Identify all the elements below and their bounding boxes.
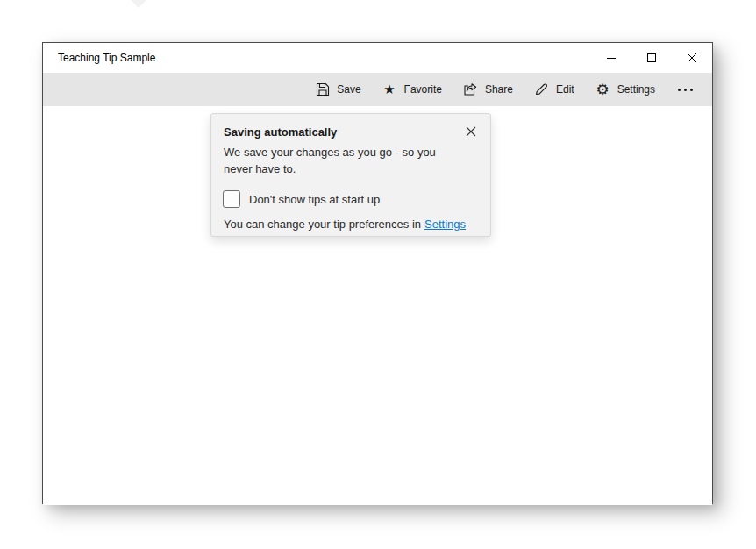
more-icon	[678, 89, 681, 91]
teaching-tip-body: We save your changes as you go - so you …	[224, 144, 452, 177]
app-window: Teaching Tip Sample	[42, 42, 713, 504]
minimize-button[interactable]	[591, 43, 631, 73]
favorite-star-icon: ★	[382, 82, 397, 97]
window-controls	[591, 43, 712, 73]
edit-label: Edit	[556, 83, 574, 96]
maximize-icon	[647, 53, 656, 62]
close-window-button[interactable]	[672, 43, 712, 73]
teaching-tip-title: Saving automatically	[224, 125, 478, 139]
dont-show-tips-label: Don't show tips at start up	[249, 193, 380, 206]
close-icon	[687, 53, 697, 63]
teaching-tip: Saving automatically We save your change…	[210, 113, 491, 237]
share-label: Share	[485, 83, 513, 96]
footer-text: You can change your tip preferences in	[224, 217, 421, 231]
save-button[interactable]: Save	[315, 82, 360, 97]
dont-show-tips-checkbox[interactable]	[223, 190, 240, 208]
share-button[interactable]: Share	[463, 82, 513, 97]
teaching-tip-footer: You can change your tip preferences inSe…	[224, 217, 478, 231]
close-icon	[466, 126, 476, 137]
favorite-button[interactable]: ★ Favorite	[382, 82, 442, 97]
settings-label: Settings	[617, 83, 655, 96]
teaching-tip-close-button[interactable]	[464, 125, 478, 139]
edit-pencil-icon	[534, 82, 549, 97]
maximize-button[interactable]	[631, 43, 672, 73]
window-title: Teaching Tip Sample	[58, 52, 155, 64]
share-icon	[463, 82, 478, 97]
settings-button[interactable]: ⚙ Settings	[596, 82, 655, 97]
settings-gear-icon: ⚙	[596, 82, 610, 97]
minimize-icon	[607, 58, 616, 59]
more-button[interactable]	[676, 81, 695, 98]
favorite-label: Favorite	[404, 83, 442, 96]
command-toolbar: Save ★ Favorite Share Edit	[43, 73, 712, 106]
teaching-tip-tail	[130, 0, 147, 8]
save-label: Save	[337, 83, 360, 96]
edit-button[interactable]: Edit	[534, 82, 574, 97]
title-bar: Teaching Tip Sample	[43, 43, 712, 73]
settings-link[interactable]: Settings	[424, 217, 466, 231]
dont-show-tips-row: Don't show tips at start up	[223, 190, 478, 208]
save-icon	[315, 82, 330, 97]
